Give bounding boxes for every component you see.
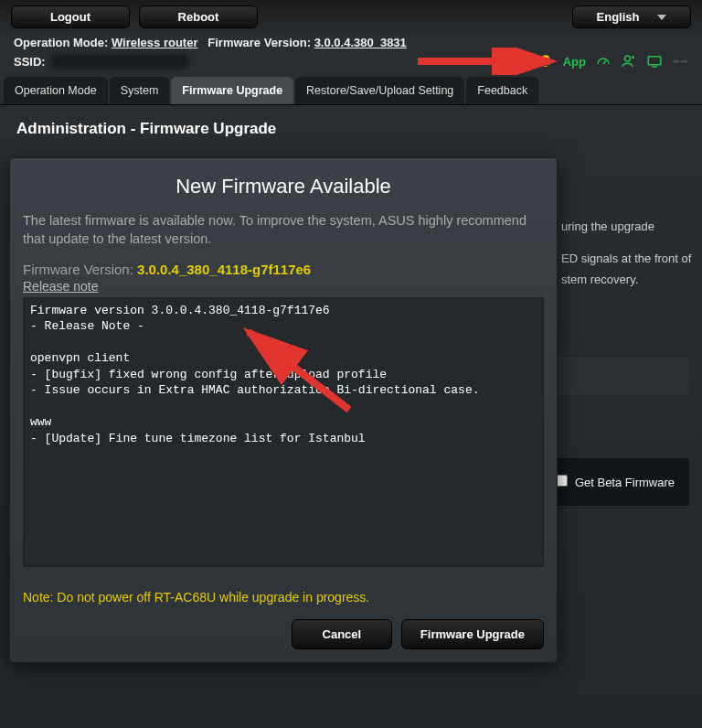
- tab-feedback[interactable]: Feedback: [466, 77, 538, 104]
- fw-version-label: Firmware Version:: [207, 36, 311, 49]
- firmware-modal: New Firmware Available The latest firmwa…: [9, 157, 558, 663]
- tab-operation-mode[interactable]: Operation Mode: [4, 77, 108, 104]
- ssid-label: SSID:: [14, 55, 46, 69]
- tab-firmware-upgrade[interactable]: Firmware Upgrade: [171, 77, 293, 104]
- modal-title: New Firmware Available: [23, 175, 544, 198]
- svg-point-3: [674, 60, 676, 63]
- chevron-down-icon: [657, 15, 666, 20]
- tab-restore-save-upload[interactable]: Restore/Save/Upload Setting: [295, 77, 464, 104]
- reboot-button[interactable]: Reboot: [139, 5, 258, 28]
- fw-version-value[interactable]: 3.0.0.4.380_3831: [314, 36, 407, 49]
- svg-point-1: [632, 56, 634, 59]
- bulb-icon[interactable]: [537, 53, 554, 70]
- app-link[interactable]: App: [563, 55, 586, 69]
- op-mode-label: Operation Mode:: [14, 36, 108, 49]
- monitor-icon[interactable]: [646, 53, 663, 70]
- user-icon[interactable]: [621, 53, 637, 70]
- logout-button[interactable]: Logout: [11, 5, 130, 28]
- svg-rect-4: [685, 60, 686, 63]
- page-title: Administration - Firmware Upgrade: [0, 105, 702, 149]
- beta-firmware-checkbox[interactable]: Get Beta Firmware: [556, 476, 675, 489]
- tab-bar: Operation Mode System Firmware Upgrade R…: [0, 77, 702, 105]
- usb-icon[interactable]: [672, 53, 688, 70]
- firmware-upgrade-button[interactable]: Firmware Upgrade: [401, 619, 544, 649]
- svg-rect-2: [648, 57, 661, 65]
- beta-checkbox-input[interactable]: [556, 475, 568, 487]
- op-mode-value[interactable]: Wireless router: [112, 36, 198, 49]
- tab-system[interactable]: System: [110, 77, 170, 104]
- svg-point-0: [625, 56, 631, 61]
- modal-warning: Note: Do not power off RT-AC68U while up…: [23, 590, 544, 605]
- release-note-link[interactable]: Release note: [23, 279, 99, 294]
- gauge-icon[interactable]: [595, 53, 612, 70]
- language-label: English: [597, 10, 640, 24]
- release-notes-textarea[interactable]: [23, 297, 544, 567]
- language-dropdown[interactable]: English: [572, 5, 691, 28]
- modal-description: The latest firmware is available now. To…: [23, 211, 544, 249]
- ssid-value-redacted: [51, 54, 188, 69]
- modal-fw-label: Firmware Version:: [23, 262, 133, 277]
- cancel-button[interactable]: Cancel: [292, 619, 392, 649]
- modal-fw-version: 3.0.0.4_380_4118-g7f117e6: [137, 262, 311, 277]
